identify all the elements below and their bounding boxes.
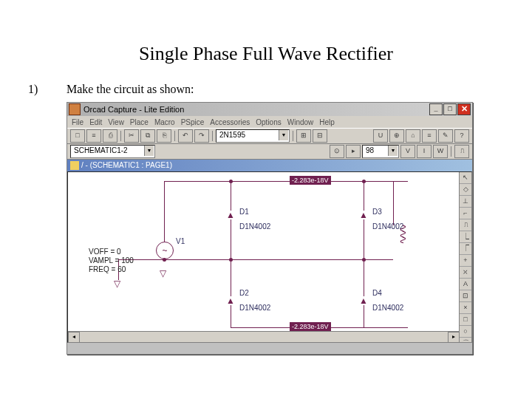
scroll-left-icon[interactable]: ◂	[68, 332, 80, 343]
part-combo[interactable]: 2N1595	[216, 129, 290, 143]
orcad-window: Orcad Capture - Lite Edition _ □ ✕ File …	[66, 102, 473, 355]
tool-icon[interactable]: ⊟	[313, 129, 327, 143]
net-voltage-bottom: -2.283e-18V	[290, 322, 331, 331]
tool-icon[interactable]: ⎍	[454, 145, 469, 158]
tool-select-icon[interactable]: ↖	[460, 172, 471, 184]
tool-save-icon[interactable]: ⎙	[103, 129, 117, 143]
menu-macro[interactable]: Macro	[154, 118, 175, 126]
page-title: Single Phase Full Wave Rectifier	[0, 43, 532, 65]
tool-wire-icon[interactable]: ⊥	[460, 196, 471, 208]
step-instruction: Make the circuit as shown:	[66, 83, 194, 96]
tool-marker-icon[interactable]: ▸	[346, 145, 361, 158]
tool-paste-icon[interactable]: ⎘	[157, 129, 171, 143]
tool-undo-icon[interactable]: ↶	[178, 129, 193, 143]
tool-cut-icon[interactable]: ✂	[124, 129, 139, 143]
close-button[interactable]: ✕	[457, 103, 471, 115]
tool-text-icon[interactable]: A	[460, 279, 471, 290]
ground-icon[interactable]: ▽	[114, 279, 120, 289]
menu-view[interactable]: View	[108, 118, 124, 126]
menu-window[interactable]: Window	[287, 118, 314, 126]
doc-icon	[70, 161, 79, 170]
ground-icon[interactable]: ▽	[160, 268, 166, 279]
place-toolbox: ↖ ◇ ⊥ ⌐ ⎍ ⎿ ⎾ + ⤫ A ⊡ × □ ○ ⌒	[459, 172, 471, 342]
schematic-canvas[interactable]: V1 VOFF = 0 VAMPL = 100 FREQ = 60 ▽ ▽ ▲ …	[68, 172, 460, 342]
tool-icon[interactable]: ⊞	[296, 129, 311, 143]
d1-ref[interactable]: D1	[239, 208, 249, 216]
net-node	[163, 258, 166, 262]
tool-i-marker-icon[interactable]: I	[417, 145, 432, 158]
window-title: Orcad Capture - Lite Edition	[83, 105, 429, 114]
tool-ground-icon[interactable]: ⤫	[460, 267, 471, 279]
diode-d4[interactable]: ▲	[358, 296, 369, 306]
diode-d3[interactable]: ▲	[358, 210, 369, 220]
d3-ref[interactable]: D3	[372, 208, 382, 216]
d1-value[interactable]: D1N4002	[239, 222, 270, 231]
net-node	[229, 180, 233, 183]
tool-open-icon[interactable]: ≡	[86, 129, 101, 143]
tool-copy-icon[interactable]: ⧉	[140, 129, 155, 143]
doc-title: / - (SCHEMATIC1 : PAGE1)	[81, 160, 172, 171]
d2-value[interactable]: D1N4002	[239, 304, 270, 312]
tool-probe-icon[interactable]: ⊙	[330, 145, 344, 158]
tool-part-icon[interactable]: ◇	[460, 184, 471, 196]
tool-icon[interactable]: ⊕	[389, 129, 404, 143]
toolbar-main: □ ≡ ⎙ ✂ ⧉ ⎘ ↶ ↷ 2N1595 ⊞ ⊟ U ⊕ ⌂ ≡ ✎ ?	[67, 128, 472, 144]
tool-rect-icon[interactable]: □	[460, 314, 471, 326]
menu-edit[interactable]: Edit	[89, 118, 102, 126]
scrollbar-horizontal[interactable]: ◂ ▸	[68, 331, 460, 342]
doc-titlebar[interactable]: / - (SCHEMATIC1 : PAGE1)	[67, 160, 472, 171]
menu-pspice[interactable]: PSpice	[181, 118, 205, 126]
menu-accessories[interactable]: Accessories	[210, 118, 250, 126]
titlebar[interactable]: Orcad Capture - Lite Edition _ □ ✕	[67, 103, 472, 116]
menu-place[interactable]: Place	[130, 118, 149, 126]
menu-help[interactable]: Help	[319, 118, 335, 126]
toolbar-secondary: SCHEMATIC1-2 ⊙ ▸ 98 V I W ⎍	[67, 144, 472, 160]
d2-ref[interactable]: D2	[239, 289, 249, 297]
minimize-button[interactable]: _	[429, 103, 443, 115]
tool-power-icon[interactable]: +	[460, 255, 471, 267]
tool-bus-icon[interactable]: ⎍	[460, 219, 471, 231]
sheet-combo[interactable]: SCHEMATIC1-2	[70, 145, 155, 158]
tool-redo-icon[interactable]: ↷	[194, 129, 209, 143]
diode-d1[interactable]: ▲	[225, 210, 236, 220]
maximize-button[interactable]: □	[443, 103, 457, 115]
net-node	[229, 258, 233, 262]
tool-w-marker-icon[interactable]: W	[433, 145, 448, 158]
d4-value[interactable]: D1N4002	[372, 304, 403, 312]
d4-ref[interactable]: D4	[372, 289, 382, 297]
step-number: 1)	[28, 83, 38, 96]
source-refdes[interactable]: V1	[176, 237, 185, 245]
net-node	[362, 180, 366, 183]
source-freq[interactable]: FREQ = 60	[89, 265, 126, 273]
tool-v-marker-icon[interactable]: V	[400, 145, 415, 158]
tool-noconn-icon[interactable]: ⊡	[460, 290, 471, 302]
tool-icon[interactable]: ≡	[422, 129, 437, 143]
scroll-right-icon[interactable]: ▸	[448, 332, 460, 343]
app-icon	[69, 103, 81, 115]
menu-options[interactable]: Options	[256, 118, 281, 126]
source-vampl[interactable]: VAMPL = 100	[89, 256, 134, 265]
tool-icon[interactable]: ⌂	[406, 129, 420, 143]
tool-ellipse-icon[interactable]: ○	[460, 326, 471, 338]
net-voltage-top: -2.283e-18V	[290, 176, 331, 185]
tool-net-icon[interactable]: ⌐	[460, 208, 471, 219]
tool-icon[interactable]: ✎	[438, 129, 453, 143]
tool-busentry-icon[interactable]: ⎾	[460, 243, 471, 255]
tool-junction-icon[interactable]: ⎿	[460, 231, 471, 243]
diode-d2[interactable]: ▲	[225, 296, 236, 306]
menu-file[interactable]: File	[72, 118, 83, 126]
tool-help-icon[interactable]: ?	[454, 129, 469, 143]
tool-arc-icon[interactable]: ⌒	[460, 338, 471, 343]
tool-close-icon[interactable]: ×	[460, 302, 471, 314]
zoom-combo[interactable]: 98	[362, 145, 399, 158]
source-voff[interactable]: VOFF = 0	[89, 248, 121, 256]
net-node	[362, 258, 366, 262]
load-resistor[interactable]: ∿∿∿	[398, 224, 409, 242]
canvas-region: V1 VOFF = 0 VAMPL = 100 FREQ = 60 ▽ ▽ ▲ …	[67, 171, 472, 343]
tool-icon[interactable]: U	[373, 129, 388, 143]
menubar: File Edit View Place Macro PSpice Access…	[67, 116, 472, 128]
voltage-source[interactable]	[156, 242, 174, 259]
tool-new-icon[interactable]: □	[70, 129, 85, 143]
